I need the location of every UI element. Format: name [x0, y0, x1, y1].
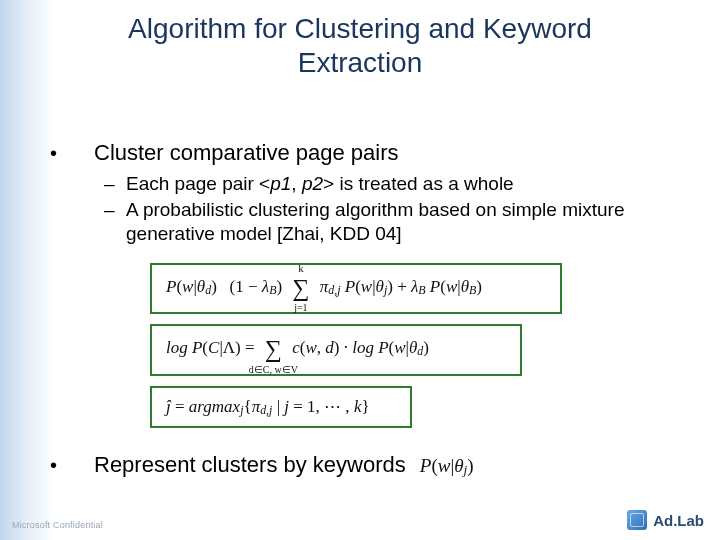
- formula-3-text: ĵ = argmaxj{πd,j | j = 1, ⋯ , k}: [166, 397, 370, 416]
- bullet-marker: –: [104, 198, 126, 222]
- formula-box-1: P(w|θd) (1 − λB) k ∑ j=1 πd,j P(w|θj) + …: [150, 263, 562, 314]
- sub-bullet-1: – Each page pair <p1, p2> is treated as …: [104, 172, 680, 196]
- sigma-icon: ∑: [265, 336, 282, 362]
- formula-stack: P(w|θd) (1 − λB) k ∑ j=1 πd,j P(w|θj) + …: [150, 263, 680, 438]
- formula-box-2: log P(C|Λ) = ∑ d∈C, w∈V c(w, d) · log P(…: [150, 324, 522, 375]
- slide-body: • Cluster comparative page pairs – Each …: [50, 140, 680, 484]
- sum-lower: j=1: [294, 301, 307, 314]
- bullet-marker: •: [50, 142, 94, 165]
- formula-1-lhs: P(w|θd) (1 − λB): [166, 277, 286, 296]
- formula-2-rhs: c(w, d) · log P(w|θd): [292, 338, 429, 357]
- sub-bullet-2: – A probabilistic clustering algorithm b…: [104, 198, 680, 246]
- footer-confidential: Microsoft Confidential: [12, 520, 103, 530]
- text: Each page pair <: [126, 173, 270, 194]
- text: ,: [291, 173, 302, 194]
- background-gradient: [0, 0, 55, 540]
- var-p2: p2: [302, 173, 323, 194]
- bullet-2: • Represent clusters by keywords P(w|θj): [50, 452, 680, 478]
- formula-1-rhs: πd,j P(w|θj) + λB P(w|θB): [320, 277, 482, 296]
- slide: Algorithm for Clustering and Keyword Ext…: [0, 0, 720, 540]
- sum-upper: k: [298, 261, 304, 275]
- slide-title: Algorithm for Clustering and Keyword Ext…: [0, 12, 720, 79]
- text: A probabilistic clustering algorithm bas…: [126, 198, 680, 246]
- bullet-marker: –: [104, 172, 126, 196]
- footer-logo: Ad.Lab: [627, 510, 704, 530]
- sigma-icon: ∑: [292, 275, 309, 301]
- inline-formula: P(w|θj): [420, 455, 474, 478]
- bullet-1-text: Cluster comparative page pairs: [94, 140, 398, 166]
- formula-box-3: ĵ = argmaxj{πd,j | j = 1, ⋯ , k}: [150, 386, 412, 428]
- bullet-1: • Cluster comparative page pairs – Each …: [50, 140, 680, 438]
- formula-2-lhs: log P(C|Λ) =: [166, 338, 259, 357]
- var-p1: p1: [270, 173, 291, 194]
- bullet-2-text: Represent clusters by keywords: [94, 452, 406, 478]
- adlab-text: Ad.Lab: [653, 512, 704, 529]
- bullet-list-level1: • Cluster comparative page pairs – Each …: [50, 140, 680, 478]
- bullet-marker: •: [50, 454, 94, 477]
- text: > is treated as a whole: [323, 173, 514, 194]
- sum-lower: d∈C, w∈V: [249, 363, 298, 376]
- adlab-icon: [627, 510, 647, 530]
- bullet-list-level2: – Each page pair <p1, p2> is treated as …: [50, 172, 680, 245]
